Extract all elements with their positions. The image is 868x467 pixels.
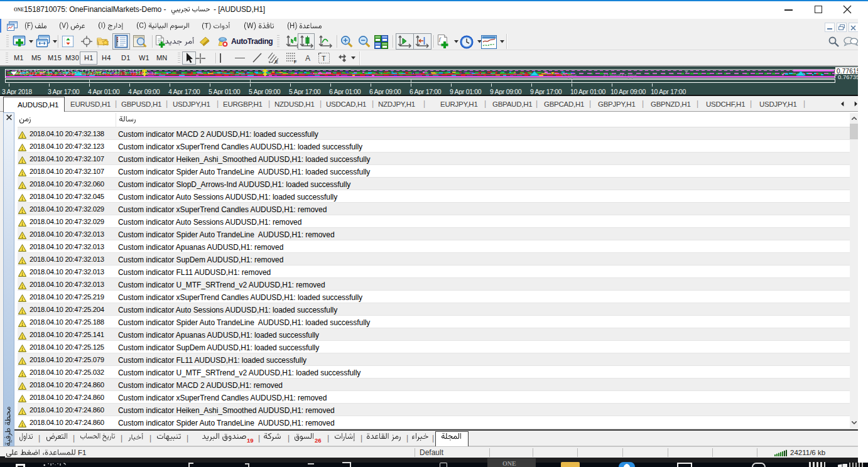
svg-text:75 pips: 75 pips bbox=[561, 73, 577, 78]
svg-text:T: T bbox=[322, 55, 326, 62]
svg-text:F: F bbox=[294, 60, 297, 64]
svg-text:47 min847 pips: 47 min847 pips bbox=[603, 73, 637, 78]
svg-text:MACD(12,26,9) 0.000213 SlopeD(: MACD(12,26,9) 0.000213 SlopeD(14,70,30) … bbox=[15, 72, 157, 75]
svg-text:E: E bbox=[275, 60, 278, 64]
